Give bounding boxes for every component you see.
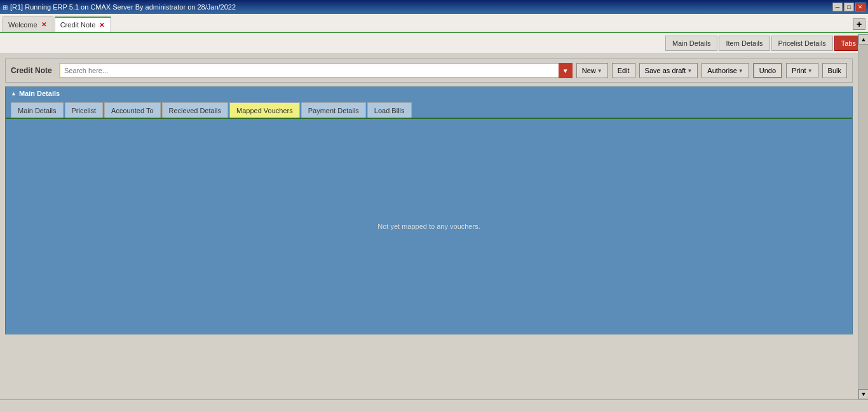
no-data-message: Not yet mapped to any vouchers.	[377, 223, 480, 230]
section-header: ▲ Main Details	[6, 87, 852, 100]
new-dropdown-arrow: ▼	[597, 68, 602, 74]
status-bar	[0, 399, 868, 412]
search-input[interactable]	[59, 63, 573, 78]
tab-credit-note-label: Credit Note	[60, 21, 96, 29]
search-container: ▼	[59, 63, 573, 78]
search-dropdown-button[interactable]: ▼	[559, 63, 573, 78]
panel-tabs: Main Details Pricelist Accounted To Reci…	[6, 100, 852, 118]
scrollbar[interactable]: ▲ ▼	[858, 34, 868, 399]
tab-credit-note-close[interactable]: ✕	[98, 22, 105, 29]
panel-content: Not yet mapped to any vouchers.	[6, 118, 852, 334]
tab-credit-note[interactable]: Credit Note ✕	[55, 17, 112, 32]
authorise-button[interactable]: Authorise ▼	[702, 63, 749, 78]
window-controls: ─ □ ✕	[832, 3, 865, 11]
credit-note-toolbar: Credit Note ▼ New ▼ Edit Save as draft ▼	[5, 58, 853, 83]
edit-button[interactable]: Edit	[612, 63, 635, 78]
bulk-button[interactable]: Bulk	[822, 63, 847, 78]
minimize-button[interactable]: ─	[832, 3, 843, 11]
content-wrapper: Credit Note ▼ New ▼ Edit Save as draft ▼	[0, 53, 858, 340]
authorise-dropdown-arrow: ▼	[738, 68, 743, 74]
credit-note-label: Credit Note	[11, 66, 55, 75]
tab-welcome[interactable]: Welcome ✕	[3, 17, 53, 32]
item-details-top-button[interactable]: Item Details	[719, 36, 770, 51]
maximize-button[interactable]: □	[844, 3, 854, 11]
add-tab-button[interactable]: +	[853, 18, 865, 30]
close-button[interactable]: ✕	[855, 3, 865, 11]
title-bar: ⊞ [R1] Running ERP 5.1 on CMAX Server By…	[0, 0, 868, 14]
tab-payment-details[interactable]: Payment Details	[301, 102, 366, 118]
tab-welcome-label: Welcome	[8, 21, 37, 29]
section-triangle: ▲	[11, 90, 17, 97]
scroll-track	[858, 45, 868, 389]
pricelist-details-top-button[interactable]: Pricelist Details	[771, 36, 833, 51]
tab-accounted-to[interactable]: Accounted To	[104, 102, 160, 118]
tab-welcome-close[interactable]: ✕	[40, 21, 48, 28]
scroll-up-button[interactable]: ▲	[858, 34, 868, 45]
tab-mapped-vouchers[interactable]: Mapped Vouchers	[229, 102, 300, 118]
save-draft-dropdown-arrow: ▼	[687, 68, 692, 74]
section-title: Main Details	[19, 90, 60, 97]
main-details-top-button[interactable]: Main Details	[665, 36, 718, 51]
tab-load-bills[interactable]: Load Bills	[367, 102, 412, 118]
tab-received-details[interactable]: Recieved Details	[162, 102, 229, 118]
section-panel: ▲ Main Details Main Details Pricelist Ac…	[5, 86, 853, 334]
tab-main-details[interactable]: Main Details	[11, 102, 64, 118]
undo-button[interactable]: Undo	[753, 63, 782, 78]
app-icon: ⊞	[3, 4, 8, 11]
main-content: Credit Note ▼ New ▼ Edit Save as draft ▼	[0, 53, 858, 340]
tab-pricelist[interactable]: Pricelist	[65, 102, 104, 118]
top-toolbar: Main Details Item Details Pricelist Deta…	[0, 33, 868, 53]
save-draft-button[interactable]: Save as draft ▼	[639, 63, 698, 78]
tab-bar: Welcome ✕ Credit Note ✕ +	[0, 14, 868, 33]
new-button[interactable]: New ▼	[576, 63, 608, 78]
window-title: [R1] Running ERP 5.1 on CMAX Server By a…	[10, 3, 236, 11]
print-button[interactable]: Print ▼	[786, 63, 818, 78]
scroll-down-button[interactable]: ▼	[858, 389, 868, 399]
print-dropdown-arrow: ▼	[808, 68, 813, 74]
title-bar-title: ⊞ [R1] Running ERP 5.1 on CMAX Server By…	[3, 3, 236, 11]
